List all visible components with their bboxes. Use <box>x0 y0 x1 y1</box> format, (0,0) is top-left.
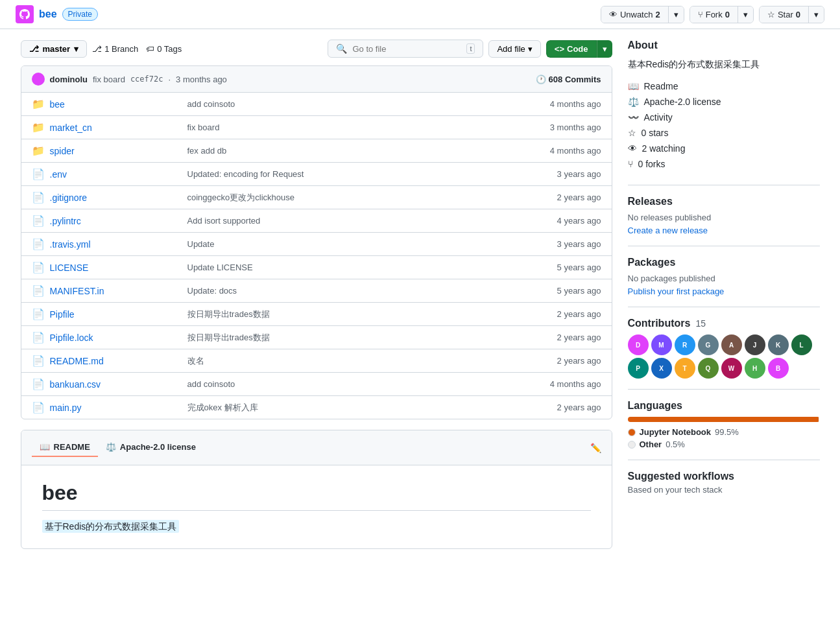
language-item[interactable]: Other 0.5% <box>628 439 820 449</box>
tags-link[interactable]: 🏷 0 Tags <box>146 44 182 54</box>
contributor-avatar[interactable]: A <box>721 334 742 355</box>
language-item[interactable]: Jupyter Notebook 99.5% <box>628 427 820 437</box>
tab-license[interactable]: ⚖️ Apache-2.0 license <box>98 438 204 457</box>
contributor-avatar[interactable]: P <box>628 358 649 379</box>
lang-pct: 0.5% <box>666 439 685 449</box>
languages-title: Languages <box>628 400 820 412</box>
folder-icon: 📁 <box>32 145 45 157</box>
file-link[interactable]: .travis.yml <box>50 239 91 250</box>
fork-button[interactable]: ⑂ Fork 0 <box>690 6 738 23</box>
suggested-sub: Based on your tech stack <box>628 485 820 495</box>
chevron-down-icon: ▾ <box>528 44 533 54</box>
contributors-section: Contributors 15 DMRGAJKLPXTQWHB <box>628 318 820 379</box>
file-link[interactable]: market_cn <box>50 123 92 133</box>
file-link[interactable]: .gitignore <box>50 193 88 203</box>
contributor-avatar[interactable]: M <box>651 334 672 355</box>
file-time: 2 years ago <box>523 403 601 412</box>
contributor-avatar[interactable]: L <box>791 334 812 355</box>
fork-dropdown[interactable]: ▾ <box>738 6 753 23</box>
file-time: 4 years ago <box>523 216 601 226</box>
file-icon: 📄 <box>32 285 45 297</box>
file-commit: Update <box>187 239 523 249</box>
file-link[interactable]: Pipfile <box>50 309 75 320</box>
sidebar-divider-3 <box>628 307 820 307</box>
commits-link[interactable]: 🕐 608 Commits <box>536 75 601 84</box>
watching-count[interactable]: 👁 2 watching <box>628 143 820 154</box>
file-icon: 📄 <box>32 191 45 204</box>
unwatch-button[interactable]: 👁 Unwatch 2 <box>601 6 668 23</box>
unwatch-dropdown[interactable]: ▾ <box>668 6 684 23</box>
commit-time: 3 months ago <box>176 75 227 84</box>
file-link[interactable]: README.md <box>50 356 104 366</box>
contributors-title: Contributors <box>628 318 691 329</box>
file-table: dominolu fix board ccef72c · 3 months ag… <box>21 65 612 419</box>
contributor-avatar[interactable]: G <box>698 334 719 355</box>
file-link[interactable]: bee <box>50 99 65 110</box>
readme-highlight: 基于Redis的分布式数据采集工具 <box>42 520 180 533</box>
file-time: 2 years ago <box>523 356 601 366</box>
file-link[interactable]: spider <box>50 146 75 156</box>
branches-link[interactable]: ⎇ 1 Branch <box>92 44 138 54</box>
forks-count[interactable]: ⑂ 0 forks <box>628 159 820 169</box>
suggested-workflows-section: Suggested workflows Based on your tech s… <box>628 471 820 495</box>
contributor-avatar[interactable]: B <box>768 358 789 379</box>
commit-hash[interactable]: ccef72c <box>130 75 163 84</box>
file-link[interactable]: Pipfile.lock <box>50 333 93 343</box>
repo-name[interactable]: bee <box>39 8 57 20</box>
file-name: 📄 .pylintrc <box>32 215 187 227</box>
table-row: 📄 .gitignore coinggecko更改为clickhouse 2 y… <box>21 186 612 209</box>
create-release-link[interactable]: Create a new release <box>628 226 708 235</box>
contributor-avatar[interactable]: R <box>675 334 695 355</box>
file-time: 3 years ago <box>523 239 601 249</box>
star-dropdown[interactable]: ▾ <box>808 6 824 23</box>
header-left: bee Private <box>16 5 98 23</box>
table-row: 📄 bankuan.csv add coinsoto 4 months ago <box>21 373 612 396</box>
code-icon: <> <box>555 44 564 54</box>
star-group: ☆ Star 0 ▾ <box>759 6 824 23</box>
activity-link[interactable]: 〰️ Activity <box>628 112 820 123</box>
file-link[interactable]: .env <box>50 169 67 180</box>
file-link[interactable]: MANIFEST.in <box>50 286 104 296</box>
contributor-avatar[interactable]: T <box>675 358 695 379</box>
file-link[interactable]: .pylintrc <box>50 216 81 226</box>
add-file-button[interactable]: Add file ▾ <box>488 40 540 58</box>
file-link[interactable]: bankuan.csv <box>50 379 101 390</box>
table-row: 📁 spider fex add db 4 months ago <box>21 139 612 163</box>
sidebar-divider-4 <box>628 389 820 390</box>
fork-icon: ⑂ <box>628 159 633 169</box>
contributor-avatar[interactable]: J <box>745 334 765 355</box>
header-actions: 👁 Unwatch 2 ▾ ⑂ Fork 0 ▾ ☆ Star 0 ▾ <box>601 6 824 23</box>
tab-readme[interactable]: 📖 README <box>32 438 98 457</box>
contributor-avatar[interactable]: W <box>721 358 742 379</box>
language-bar-segment <box>819 417 819 422</box>
star-button[interactable]: ☆ Star 0 <box>760 6 808 23</box>
contributor-avatar[interactable]: K <box>768 334 789 355</box>
sidebar: About 基本Redis的分布式数据采集工具 📖 Readme ⚖️ Apac… <box>628 40 820 549</box>
readme-link[interactable]: 📖 Readme <box>628 81 820 91</box>
stars-count[interactable]: ☆ 0 stars <box>628 128 820 138</box>
lang-color-dot <box>628 441 636 449</box>
file-commit: fex add db <box>187 146 523 156</box>
contributor-avatar[interactable]: Q <box>698 358 719 379</box>
file-link[interactable]: LICENSE <box>50 263 89 273</box>
commit-author[interactable]: dominolu <box>50 75 88 84</box>
contributor-avatar[interactable]: X <box>651 358 672 379</box>
file-icon: 📄 <box>32 355 45 367</box>
search-input[interactable] <box>352 44 461 54</box>
file-link[interactable]: main.py <box>50 403 82 413</box>
scale-icon: ⚖️ <box>628 97 639 107</box>
code-button[interactable]: <> Code <box>546 40 597 58</box>
file-commit: 按日期导出trades数据 <box>187 309 523 320</box>
license-link[interactable]: ⚖️ Apache-2.0 license <box>628 97 820 107</box>
contributor-avatar[interactable]: D <box>628 334 649 355</box>
contributors-count: 15 <box>695 318 706 329</box>
edit-icon[interactable]: ✏️ <box>590 443 601 453</box>
table-row: 📄 MANIFEST.in Update: docs 5 years ago <box>21 279 612 303</box>
contributor-avatar[interactable]: H <box>745 358 765 379</box>
publish-package-link[interactable]: Publish your first package <box>628 287 725 296</box>
file-icon: 📄 <box>32 378 45 390</box>
readme-title: bee <box>42 481 591 511</box>
branch-selector[interactable]: ⎇ master ▾ <box>21 40 88 58</box>
code-dropdown[interactable]: ▾ <box>597 40 612 58</box>
scale-icon: ⚖️ <box>106 442 116 452</box>
